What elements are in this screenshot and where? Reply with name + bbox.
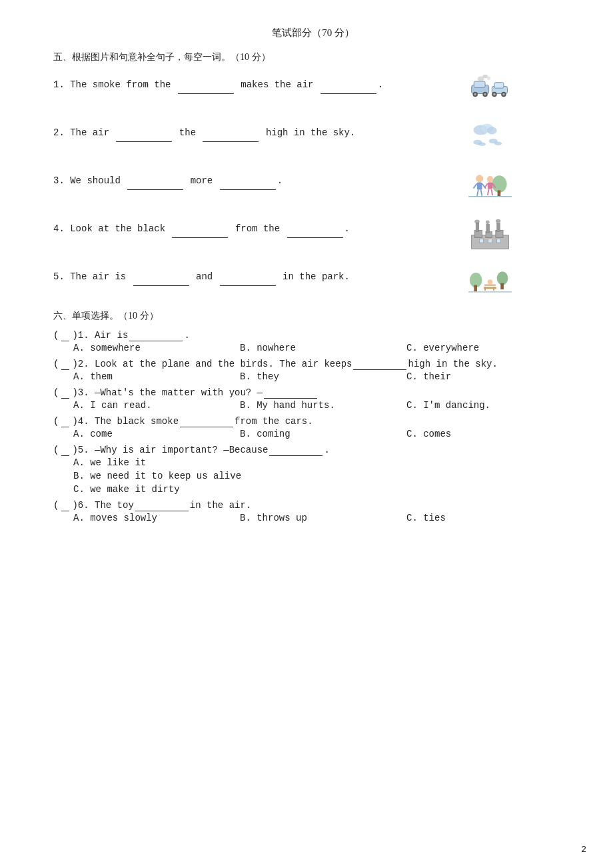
svg-line-29 bbox=[480, 190, 482, 196]
cq2-paren[interactable]: ( bbox=[53, 359, 59, 369]
cq5-option-c[interactable]: C. we make it dirty bbox=[73, 484, 573, 495]
svg-line-32 bbox=[484, 183, 488, 188]
cq4-option-b[interactable]: B. coming bbox=[240, 429, 406, 439]
svg-point-24 bbox=[476, 175, 483, 182]
q2-text: 2. The air the high in the sky. bbox=[53, 125, 513, 142]
cq5-option-b[interactable]: B. we need it to keep us alive bbox=[73, 471, 573, 481]
cq1-blank[interactable] bbox=[129, 330, 183, 341]
q1-num: 1. bbox=[53, 79, 70, 90]
q4-num: 4. bbox=[53, 223, 70, 234]
q3-text: 3. We should more . bbox=[53, 173, 513, 190]
svg-rect-57 bbox=[493, 287, 494, 291]
cq1-option-b[interactable]: B. nowhere bbox=[240, 343, 406, 353]
svg-line-35 bbox=[491, 189, 492, 195]
cq6-options: A. moves slowly B. throws up C. ties bbox=[73, 513, 573, 523]
cq6-blank[interactable] bbox=[135, 500, 189, 511]
cq2-answer-blank[interactable] bbox=[61, 359, 69, 370]
svg-point-30 bbox=[486, 176, 492, 182]
fill-question-4: 4. Look at the black from the . bbox=[53, 215, 513, 262]
cq4-paren[interactable]: ( bbox=[53, 416, 59, 427]
cq3-option-b[interactable]: B. My hand hurts. bbox=[240, 400, 406, 411]
q4-image bbox=[466, 215, 513, 252]
q1-image bbox=[466, 71, 513, 108]
cq6-option-c[interactable]: C. ties bbox=[406, 513, 573, 523]
cq5-blank[interactable] bbox=[269, 445, 322, 456]
svg-rect-53 bbox=[500, 283, 504, 289]
svg-rect-49 bbox=[496, 239, 500, 243]
cq4-blank[interactable] bbox=[180, 416, 233, 427]
cq1-paren[interactable]: ( bbox=[53, 330, 59, 341]
svg-line-26 bbox=[473, 183, 477, 188]
q3-blank1[interactable] bbox=[127, 173, 183, 190]
svg-point-44 bbox=[474, 220, 479, 224]
cq1-answer-blank[interactable] bbox=[61, 330, 69, 341]
q4-blank1[interactable] bbox=[172, 221, 228, 238]
cq1-option-a[interactable]: A. somewhere bbox=[73, 343, 240, 353]
svg-point-17 bbox=[486, 127, 496, 134]
q2-image bbox=[466, 119, 513, 156]
q3-blank2[interactable] bbox=[220, 173, 276, 190]
section-6-header: 六、单项选择。（10 分） bbox=[53, 310, 573, 322]
cq6-paren[interactable]: ( bbox=[53, 500, 59, 511]
cq5-answer-blank[interactable] bbox=[61, 445, 69, 456]
cq6-option-a[interactable]: A. moves slowly bbox=[73, 513, 240, 523]
q5-text: 5. The air is and in the park. bbox=[53, 269, 513, 286]
cq5-paren[interactable]: ( bbox=[53, 445, 59, 455]
svg-point-13 bbox=[482, 75, 487, 79]
section-5: 五、根据图片和句意补全句子，每空一词。（10 分） 1. The smoke f… bbox=[53, 51, 573, 303]
q1-blank1[interactable] bbox=[178, 77, 234, 94]
svg-point-22 bbox=[492, 175, 506, 193]
page-title: 笔试部分（70 分） bbox=[53, 27, 573, 39]
q1-blank2[interactable] bbox=[320, 77, 376, 94]
svg-rect-42 bbox=[486, 224, 489, 233]
cq5-option-a[interactable]: A. we like it bbox=[73, 457, 573, 468]
cq3-paren[interactable]: ( bbox=[53, 387, 59, 398]
svg-point-9 bbox=[493, 93, 496, 96]
q5-image bbox=[466, 263, 513, 300]
cq4-option-a[interactable]: A. come bbox=[73, 429, 240, 439]
section-5-header: 五、根据图片和句意补全句子，每空一词。（10 分） bbox=[53, 51, 573, 63]
svg-rect-56 bbox=[484, 287, 486, 291]
cq4-answer-blank[interactable] bbox=[61, 416, 69, 427]
page-number: 2 bbox=[581, 845, 586, 855]
q5-blank2[interactable] bbox=[220, 269, 276, 286]
cq6-option-b[interactable]: B. throws up bbox=[240, 513, 406, 523]
cq5-options: A. we like it B. we need it to keep us a… bbox=[73, 457, 573, 495]
svg-point-52 bbox=[496, 271, 508, 285]
fill-question-2: 2. The air the high in the sky. bbox=[53, 119, 513, 166]
q5-num: 5. bbox=[53, 271, 70, 282]
q5-blank1[interactable] bbox=[133, 269, 189, 286]
svg-point-19 bbox=[478, 142, 485, 146]
q2-blank2[interactable] bbox=[203, 125, 259, 142]
cq2-option-a[interactable]: A. them bbox=[73, 371, 240, 382]
choice-question-1: ( )1. Air is . A. somewhere B. nowhere C… bbox=[53, 330, 573, 353]
choice-question-3: ( )3. —What's the matter with you? — A. … bbox=[53, 387, 573, 411]
cq3-blank[interactable] bbox=[264, 387, 317, 399]
cq2-option-b[interactable]: B. they bbox=[240, 371, 406, 382]
fill-question-3: 3. We should more . bbox=[53, 167, 513, 214]
cq3-option-c[interactable]: C. I'm dancing. bbox=[406, 400, 573, 411]
cq1-option-c[interactable]: C. everywhere bbox=[406, 343, 573, 353]
cq6-answer-blank[interactable] bbox=[61, 500, 69, 511]
cq2-option-c[interactable]: C. their bbox=[406, 371, 573, 382]
svg-point-45 bbox=[486, 221, 490, 225]
cq4-option-c[interactable]: C. comes bbox=[406, 429, 573, 439]
cq2-blank[interactable] bbox=[353, 359, 406, 370]
fill-question-5: 5. The air is and in the park. bbox=[53, 263, 513, 303]
svg-point-5 bbox=[484, 93, 486, 96]
svg-point-11 bbox=[502, 93, 505, 96]
cq5-row: ( )5. —Why is air important? —Because . bbox=[53, 445, 573, 456]
cq4-row: ( )4. The black smoke from the cars. bbox=[53, 416, 573, 427]
choice-question-5: ( )5. —Why is air important? —Because . … bbox=[53, 445, 573, 495]
cq3-option-a[interactable]: A. I can read. bbox=[73, 400, 240, 411]
fill-question-1: 1. The smoke from the makes the air . bbox=[53, 71, 513, 118]
svg-rect-25 bbox=[477, 182, 482, 189]
cq3-answer-blank[interactable] bbox=[61, 387, 69, 399]
q4-text: 4. Look at the black from the . bbox=[53, 221, 513, 238]
svg-rect-31 bbox=[487, 182, 492, 189]
svg-rect-43 bbox=[496, 223, 500, 231]
q4-blank2[interactable] bbox=[287, 221, 343, 238]
svg-line-28 bbox=[477, 190, 478, 196]
svg-rect-41 bbox=[476, 223, 479, 231]
q2-blank1[interactable] bbox=[116, 125, 172, 142]
